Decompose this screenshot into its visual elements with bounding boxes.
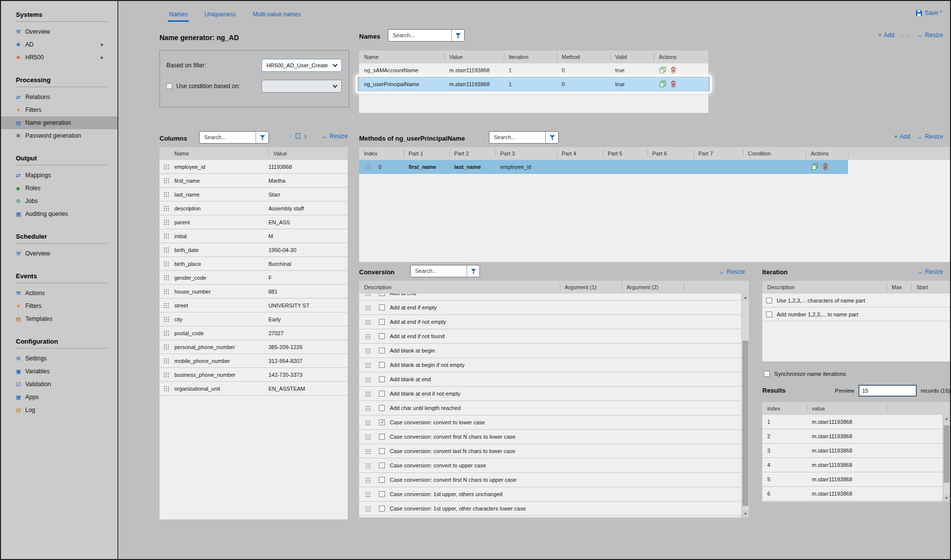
- table-row[interactable]: city Early: [159, 312, 348, 326]
- sidebar-item[interactable]: ❖ AD ►: [1, 38, 117, 51]
- drag-handle-icon[interactable]: [361, 334, 374, 339]
- table-row[interactable]: Add char until length reached: [359, 401, 741, 415]
- drag-handle-icon[interactable]: [159, 289, 172, 294]
- drag-handle-icon[interactable]: [159, 372, 172, 377]
- conversion-checkbox[interactable]: [379, 434, 385, 440]
- copy-button[interactable]: [812, 163, 818, 170]
- drag-handle-icon[interactable]: [361, 506, 374, 511]
- table-row[interactable]: Case conversion: convert to upper case: [359, 458, 741, 473]
- drag-handle-icon[interactable]: [159, 330, 172, 336]
- scroll-up-button[interactable]: ▲: [943, 415, 950, 422]
- table-row[interactable]: house_number 881: [159, 285, 348, 299]
- iteration-resize-button[interactable]: ↔ Resize: [917, 268, 943, 275]
- scrollbar-thumb[interactable]: [944, 425, 950, 483]
- table-row[interactable]: 5 m.starr11193868: [762, 472, 950, 487]
- search-filter-button[interactable]: [545, 132, 558, 143]
- sidebar-item[interactable]: ⚙ Settings ►: [1, 352, 117, 365]
- table-row[interactable]: gender_code F: [159, 271, 348, 285]
- names-search-input[interactable]: Search...: [388, 29, 465, 42]
- table-row[interactable]: Add at end: [359, 294, 741, 301]
- drag-handle-icon[interactable]: [361, 406, 374, 411]
- search-filter-button[interactable]: [256, 132, 268, 143]
- drag-handle-icon[interactable]: [361, 362, 374, 368]
- conversion-search-input[interactable]: Search...: [410, 265, 480, 277]
- sidebar-item[interactable]: ▤ Log ►: [1, 404, 117, 416]
- drag-handle-icon[interactable]: [361, 319, 374, 325]
- drag-handle-icon[interactable]: [361, 492, 374, 497]
- table-row[interactable]: Add blank at begin: [359, 344, 741, 358]
- table-row[interactable]: 2 m.starr11193868: [762, 429, 950, 444]
- conversion-checkbox[interactable]: [379, 491, 385, 497]
- conversion-checkbox[interactable]: [379, 319, 385, 325]
- search-filter-button[interactable]: [451, 30, 464, 41]
- table-row[interactable]: Case conversion: convert last N chars to…: [359, 444, 741, 458]
- sidebar-item[interactable]: ⚙ Jobs ►: [1, 195, 117, 207]
- tab[interactable]: Uniqueness: [204, 7, 237, 22]
- conversion-checkbox[interactable]: [379, 391, 385, 397]
- table-row[interactable]: description Assembly staff: [159, 202, 348, 215]
- table-row[interactable]: Add at end if empty: [359, 301, 741, 315]
- preview-input[interactable]: [858, 385, 917, 397]
- next-page-button[interactable]: ›: [907, 31, 910, 39]
- vertical-scrollbar[interactable]: ▲ ▼: [943, 415, 950, 502]
- table-row[interactable]: personal_phone_number 385-209-1226: [159, 340, 348, 354]
- drag-handle-icon[interactable]: [159, 358, 172, 363]
- delete-button[interactable]: [671, 81, 676, 87]
- page-box-icon[interactable]: [296, 133, 300, 139]
- conversion-resize-button[interactable]: ↔ Resize: [719, 268, 745, 275]
- based-on-filter-select[interactable]: HR500_AD_User_Create: [262, 59, 342, 72]
- sidebar-item[interactable]: ❖ HR500 ►: [1, 51, 117, 64]
- scrollbar-thumb[interactable]: [742, 341, 748, 506]
- conversion-checkbox[interactable]: [379, 448, 385, 454]
- sidebar-item[interactable]: ▼ Filters ►: [1, 103, 117, 116]
- drag-handle-icon[interactable]: [159, 178, 172, 183]
- drag-handle-icon[interactable]: [361, 164, 374, 169]
- prev-page-button[interactable]: ‹: [289, 132, 292, 140]
- table-row[interactable]: Add number 1,2,3,... to name part: [762, 307, 950, 321]
- table-row[interactable]: Case conversion: 1st upper, others uncha…: [359, 487, 741, 502]
- drag-handle-icon[interactable]: [361, 294, 374, 296]
- drag-handle-icon[interactable]: [159, 275, 172, 280]
- columns-resize-button[interactable]: ↔ Resize: [321, 133, 348, 140]
- table-row[interactable]: Add blank at end if not empty: [359, 387, 741, 401]
- conversion-checkbox[interactable]: [379, 362, 385, 368]
- sidebar-item[interactable]: ☑ Validation ►: [1, 378, 117, 391]
- conversion-checkbox[interactable]: [379, 294, 385, 296]
- table-row[interactable]: Case conversion: 1st upper, other charac…: [359, 502, 741, 516]
- drag-handle-icon[interactable]: [361, 420, 374, 425]
- sidebar-item[interactable]: ◆ Roles ►: [1, 182, 117, 195]
- table-row[interactable]: first_name Martha: [159, 174, 348, 188]
- sidebar-item[interactable]: ▼ Filters ►: [1, 300, 117, 312]
- table-row[interactable]: postal_code 27027: [159, 326, 348, 340]
- drag-handle-icon[interactable]: [159, 303, 172, 308]
- drag-handle-icon[interactable]: [159, 164, 172, 169]
- table-row[interactable]: Use 1,2,3,... characters of name part: [762, 294, 950, 307]
- sidebar-item[interactable]: ⇄ Relations ►: [1, 91, 117, 103]
- sidebar-item[interactable]: ⇄ Mappings ►: [1, 169, 117, 182]
- table-row[interactable]: 1 m.starr11193868: [762, 415, 950, 429]
- table-row[interactable]: initial M.: [159, 229, 348, 243]
- next-page-button[interactable]: ›: [304, 132, 307, 140]
- drag-handle-icon[interactable]: [361, 477, 374, 483]
- condition-select[interactable]: [262, 80, 342, 93]
- search-filter-button[interactable]: [467, 265, 479, 277]
- drag-handle-icon[interactable]: [361, 377, 374, 382]
- columns-search-input[interactable]: Search...: [199, 131, 269, 144]
- conversion-checkbox[interactable]: [379, 376, 385, 382]
- names-add-button[interactable]: + Add: [878, 32, 894, 39]
- table-row[interactable]: last_name Starr: [159, 188, 348, 202]
- sidebar-item[interactable]: ▦ Auditing queries ►: [1, 207, 117, 220]
- table-row[interactable]: employee_id 11193868: [159, 160, 348, 174]
- table-row[interactable]: Case conversion: convert first N chars t…: [359, 430, 741, 444]
- table-row[interactable]: business_phone_number 142-720-3373: [159, 368, 348, 382]
- drag-handle-icon[interactable]: [159, 205, 172, 211]
- table-row[interactable]: ng_userPrincipalName m.starr11193868 1 0…: [359, 77, 708, 91]
- drag-handle-icon[interactable]: [159, 261, 172, 266]
- sidebar-item[interactable]: ⚒ Overview ►: [1, 247, 117, 260]
- conversion-checkbox[interactable]: [379, 305, 385, 310]
- table-row[interactable]: organizational_unit EN_ASSTEAM: [159, 382, 348, 396]
- tab[interactable]: Multi-value names: [252, 7, 302, 22]
- conversion-checkbox[interactable]: [379, 419, 385, 425]
- table-row[interactable]: Case conversion: convert to lower case: [359, 415, 741, 430]
- sidebar-item[interactable]: ✱ Password generation ►: [1, 129, 117, 142]
